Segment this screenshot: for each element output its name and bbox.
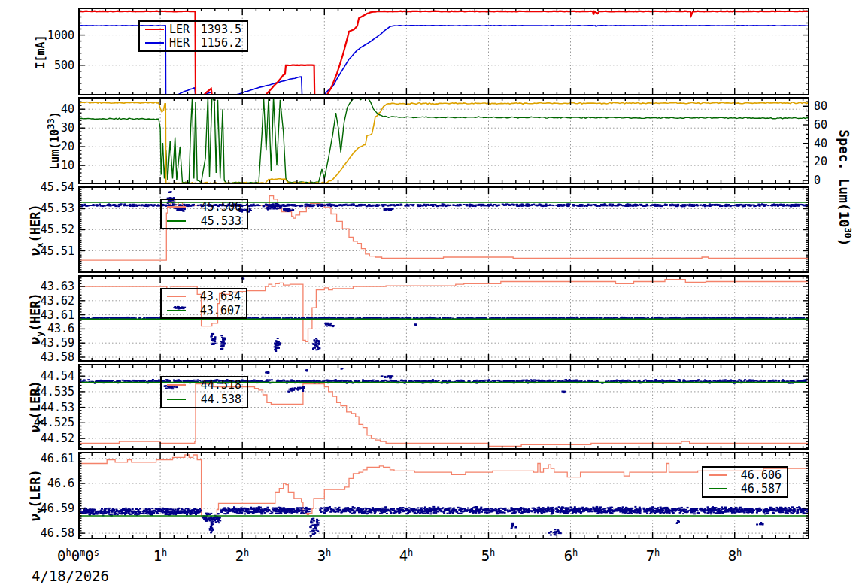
nux-ler-legend-row-0: 44.518 <box>162 378 247 392</box>
nuy-ler-canvas <box>78 452 809 539</box>
beam-current-legend-label-1: HER <box>169 36 190 50</box>
beam-current-legend-value-1: 1156.2 <box>190 36 241 50</box>
nuy-her-legend-sample-1 <box>167 310 186 311</box>
luminosity-luminosity-trace <box>78 97 809 183</box>
nuy-her-legend-value-0: 43.634 <box>191 289 241 303</box>
nux-ler-legend-value-1: 44.538 <box>191 393 241 406</box>
nux-her-legend-sample-0 <box>167 206 186 208</box>
nux-her-legend-value-1: 45.533 <box>191 214 241 228</box>
nuy-her-legend: 43.63443.607 <box>160 288 247 319</box>
nuy-ler-legend-row-0: 46.606 <box>703 468 787 482</box>
beam-current-legend-label-0: LER <box>169 23 190 36</box>
beam-current-legend-row-1: HER1156.2 <box>140 36 247 50</box>
xtick-8: 8h <box>682 544 788 564</box>
nux-her-legend: 45.50645.533 <box>160 199 248 229</box>
nuy-ler-legend: 46.60646.587 <box>702 466 788 498</box>
panel-nuy-ler <box>78 452 809 539</box>
panel-luminosity <box>78 97 809 184</box>
luminosity-canvas <box>78 97 809 184</box>
beam-current-legend-value-0: 1393.5 <box>190 23 241 36</box>
tune-luminosity-monitor: 4/18/2026 5001000I[mA]LER1393.5HER1156.2… <box>0 0 868 588</box>
nux-her-legend-row-1: 45.533 <box>162 214 247 228</box>
nuy-her-legend-value-1: 43.607 <box>191 304 241 317</box>
beam-current-legend-sample-0 <box>145 29 164 30</box>
beam-current-legend: LER1393.5HER1156.2 <box>138 20 248 52</box>
luminosity-ytick-40: 40 <box>13 103 74 116</box>
luminosity-specific-luminosity-trace <box>78 102 809 184</box>
nuy-ler-legend-value-1: 46.587 <box>733 482 782 496</box>
nux-ler-legend: 44.51844.538 <box>160 376 248 408</box>
nuy-her-legend-row-0: 43.634 <box>162 289 246 303</box>
nuy-her-legend-row-1: 43.607 <box>162 304 246 317</box>
beam-current-legend-sample-1 <box>145 42 164 44</box>
nuy-ler-measured-dots <box>78 506 809 537</box>
nux-her-legend-value-0: 45.506 <box>191 200 241 214</box>
nuy-ler-legend-value-0: 46.606 <box>733 468 782 482</box>
nuy-ler-legend-sample-1 <box>709 488 727 489</box>
nux-ler-legend-value-0: 44.518 <box>191 378 241 392</box>
beam-current-legend-row-0: LER1393.5 <box>140 23 247 36</box>
nux-ler-legend-row-1: 44.538 <box>162 393 247 406</box>
right-axis-title: Spec. Lum(1030) <box>835 90 853 286</box>
nux-her-legend-row-0: 45.506 <box>162 200 247 214</box>
nux-her-legend-sample-1 <box>167 220 186 222</box>
nux-ler-legend-sample-0 <box>167 384 186 386</box>
nuy-her-legend-sample-0 <box>167 296 186 297</box>
nuy-ler-legend-row-1: 46.587 <box>703 482 787 496</box>
nuy-ler-legend-sample-0 <box>709 474 727 476</box>
nux-ler-legend-sample-1 <box>167 399 186 400</box>
